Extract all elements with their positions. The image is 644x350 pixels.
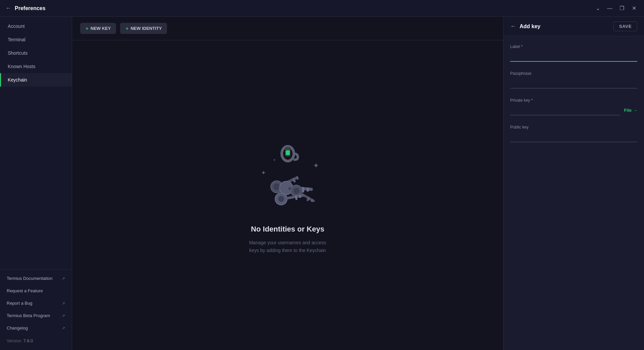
private-key-field: Private key * File → <box>510 98 637 115</box>
keys-illustration: ✦ ✦ ✦ <box>251 136 325 217</box>
maximize-button[interactable]: ❐ <box>617 4 627 13</box>
panel-title: Add key <box>520 23 540 30</box>
passphrase-input[interactable] <box>510 79 637 89</box>
content-area: + NEW KEY + NEW IDENTITY ✦ ✦ ✦ <box>72 17 503 350</box>
passphrase-field-label: Passphrase <box>510 71 637 76</box>
empty-state-title: No Identities or Keys <box>251 225 324 234</box>
chevron-down-button[interactable]: ⌄ <box>593 4 602 13</box>
save-button[interactable]: SAVE <box>613 21 637 31</box>
svg-rect-5 <box>286 150 290 155</box>
version-number: 7.8.0 <box>23 338 33 343</box>
sidebar-item-label-known-hosts: Known Hosts <box>8 64 35 69</box>
sidebar-item-label-account: Account <box>8 23 25 29</box>
back-icon[interactable]: ← <box>5 5 11 12</box>
label-field-label: Label * <box>510 44 637 49</box>
preferences-title: Preferences <box>15 5 46 11</box>
svg-text:✦: ✦ <box>261 169 266 176</box>
new-key-label: NEW KEY <box>91 26 111 31</box>
new-key-button[interactable]: + NEW KEY <box>80 23 116 34</box>
version-label: Version <box>7 338 21 343</box>
sidebar-nav: Account Terminal Shortcuts Known Hosts K… <box>0 17 72 269</box>
external-link-icon-docs: ↗ <box>62 276 65 281</box>
main-layout: Account Terminal Shortcuts Known Hosts K… <box>0 17 644 350</box>
sidebar-footer-item-beta[interactable]: Termius Beta Program ↗ <box>0 309 72 322</box>
keys-svg-graphic: ✦ ✦ ✦ <box>251 136 325 217</box>
version-row: Version 7.8.0 <box>0 334 72 347</box>
sidebar-item-known-hosts[interactable]: Known Hosts <box>0 60 72 73</box>
external-link-icon-changelog: ↗ <box>62 326 65 331</box>
empty-state-description: Manage your usernames and access keys by… <box>248 239 328 254</box>
external-link-icon-beta: ↗ <box>62 313 65 318</box>
titlebar-controls: ⌄ — ❐ ✕ <box>593 4 639 13</box>
panel-header: ← Add key SAVE <box>503 17 644 36</box>
private-key-input[interactable] <box>510 105 620 115</box>
footer-label-feature: Request a Feature <box>7 288 43 293</box>
label-field: Label * <box>510 44 637 62</box>
external-link-icon-bug: ↗ <box>62 301 65 306</box>
sidebar-item-account[interactable]: Account <box>0 19 72 33</box>
public-key-field-label: Public key <box>510 125 637 130</box>
label-input[interactable] <box>510 52 637 62</box>
plus-icon-identity: + <box>125 26 128 31</box>
plus-icon-key: + <box>86 26 89 31</box>
sidebar-footer-item-bug[interactable]: Report a Bug ↗ <box>0 297 72 309</box>
titlebar-left: ← Preferences <box>5 5 593 12</box>
private-key-input-row: File → <box>510 105 637 115</box>
sidebar-item-shortcuts[interactable]: Shortcuts <box>0 46 72 60</box>
close-button[interactable]: ✕ <box>629 4 639 13</box>
private-key-field-label: Private key * <box>510 98 637 103</box>
svg-text:✦: ✦ <box>313 161 319 170</box>
sidebar-footer-item-feature[interactable]: Request a Feature <box>0 285 72 297</box>
panel-header-left: ← Add key <box>510 23 540 30</box>
panel-body: Label * Passphrase Private key * File <box>503 36 644 150</box>
new-identity-label: NEW IDENTITY <box>130 26 162 31</box>
footer-label-bug: Report a Bug <box>7 301 33 306</box>
sidebar-item-label-keychain: Keychain <box>8 77 27 83</box>
minimize-button[interactable]: — <box>605 4 614 13</box>
svg-rect-15 <box>306 188 309 192</box>
footer-label-beta: Termius Beta Program <box>7 313 50 318</box>
sidebar-item-terminal[interactable]: Terminal <box>0 33 72 46</box>
sidebar-item-label-shortcuts: Shortcuts <box>8 50 28 56</box>
footer-label-docs: Termius Documentation <box>7 276 53 281</box>
content-toolbar: + NEW KEY + NEW IDENTITY <box>72 17 503 40</box>
file-link[interactable]: File → <box>624 108 637 115</box>
titlebar: ← Preferences ⌄ — ❐ ✕ <box>0 0 644 17</box>
sidebar: Account Terminal Shortcuts Known Hosts K… <box>0 17 72 350</box>
sidebar-item-keychain[interactable]: Keychain <box>0 73 72 87</box>
new-identity-button[interactable]: + NEW IDENTITY <box>120 23 167 34</box>
sidebar-footer-item-docs[interactable]: Termius Documentation ↗ <box>0 272 72 285</box>
sidebar-footer: Termius Documentation ↗ Request a Featur… <box>0 269 72 350</box>
panel-back-icon[interactable]: ← <box>510 23 516 30</box>
sidebar-footer-item-changelog[interactable]: Changelog ↗ <box>0 322 72 334</box>
passphrase-field: Passphrase <box>510 71 637 89</box>
public-key-field: Public key <box>510 125 637 142</box>
sidebar-item-label-terminal: Terminal <box>8 37 25 42</box>
empty-state: ✦ ✦ ✦ <box>72 40 503 350</box>
footer-label-changelog: Changelog <box>7 326 28 331</box>
right-panel: ← Add key SAVE Label * Passphrase Pri <box>503 17 644 350</box>
svg-text:✦: ✦ <box>273 158 276 162</box>
public-key-input[interactable] <box>510 132 637 142</box>
